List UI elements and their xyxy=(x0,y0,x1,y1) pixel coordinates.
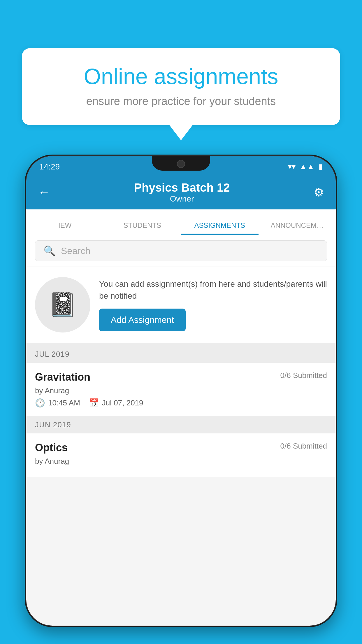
assignment-date-value: Jul 07, 2019 xyxy=(102,398,143,407)
search-icon: 🔍 xyxy=(43,245,56,257)
app-bar-center: Physics Batch 12 Owner xyxy=(134,181,230,204)
notebook-icon: 📓 xyxy=(48,291,77,318)
promo-card: 📓 You can add assignment(s) from here an… xyxy=(26,267,336,346)
app-bar: ← Physics Batch 12 Owner ⚙ xyxy=(26,175,336,209)
promo-text: You can add assignment(s) from here and … xyxy=(99,278,327,302)
settings-icon[interactable]: ⚙ xyxy=(314,186,324,199)
month-divider-jun: JUN 2019 xyxy=(26,416,336,433)
promo-icon-wrap: 📓 xyxy=(35,277,90,332)
assignment-author-gravitation: by Anurag xyxy=(35,386,327,395)
tab-assignments[interactable]: ASSIGNMENTS xyxy=(181,221,259,235)
phone-notch xyxy=(152,155,210,171)
tab-students[interactable]: STUDENTS xyxy=(104,221,181,235)
bubble-title: Online assignments xyxy=(41,64,321,89)
assignment-meta-gravitation: 🕐 10:45 AM 📅 Jul 07, 2019 xyxy=(35,398,327,408)
add-assignment-button[interactable]: Add Assignment xyxy=(99,309,186,331)
bubble-subtitle: ensure more practice for your students xyxy=(41,95,321,108)
wifi-icon: ▾▾ xyxy=(288,162,296,171)
assignment-title-gravitation: Gravitation xyxy=(35,371,90,383)
app-bar-title: Physics Batch 12 xyxy=(134,181,230,194)
phone-frame: 14:29 ▾▾ ▲▲ ▮ ← Physics Batch 12 Owner ⚙… xyxy=(25,155,337,627)
assignment-header: Gravitation 0/6 Submitted xyxy=(35,371,327,383)
assignment-title-optics: Optics xyxy=(35,442,68,454)
month-divider-jul: JUL 2019 xyxy=(26,346,336,363)
app-bar-subtitle: Owner xyxy=(134,194,230,204)
assignment-date: 📅 Jul 07, 2019 xyxy=(89,398,143,408)
phone-screen: 14:29 ▾▾ ▲▲ ▮ ← Physics Batch 12 Owner ⚙… xyxy=(26,156,336,626)
status-icons: ▾▾ ▲▲ ▮ xyxy=(288,162,323,171)
speech-bubble: Online assignments ensure more practice … xyxy=(22,48,340,125)
search-placeholder: Search xyxy=(61,246,90,256)
assignment-author-optics: by Anurag xyxy=(35,457,327,466)
search-bar[interactable]: 🔍 Search xyxy=(35,240,327,261)
tab-announcements[interactable]: ANNOUNCEM… xyxy=(259,221,336,235)
battery-icon: ▮ xyxy=(319,162,323,171)
assignment-header-optics: Optics 0/6 Submitted xyxy=(35,442,327,454)
assignment-item-optics[interactable]: Optics 0/6 Submitted by Anurag xyxy=(26,433,336,477)
assignment-time: 🕐 10:45 AM xyxy=(35,398,80,408)
phone-container: 14:29 ▾▾ ▲▲ ▮ ← Physics Batch 12 Owner ⚙… xyxy=(25,155,337,627)
clock-icon: 🕐 xyxy=(35,398,45,408)
tabs-container: IEW STUDENTS ASSIGNMENTS ANNOUNCEM… xyxy=(26,209,336,235)
calendar-icon: 📅 xyxy=(89,398,99,408)
assignment-submitted-optics: 0/6 Submitted xyxy=(280,442,327,451)
speech-bubble-container: Online assignments ensure more practice … xyxy=(22,48,340,125)
back-button[interactable]: ← xyxy=(38,185,50,199)
search-container: 🔍 Search xyxy=(26,235,336,267)
assignment-time-value: 10:45 AM xyxy=(48,398,80,407)
assignment-submitted-gravitation: 0/6 Submitted xyxy=(280,371,327,380)
phone-camera xyxy=(177,160,185,168)
promo-content: You can add assignment(s) from here and … xyxy=(99,278,327,331)
signal-icon: ▲▲ xyxy=(300,162,314,171)
assignment-item-gravitation[interactable]: Gravitation 0/6 Submitted by Anurag 🕐 10… xyxy=(26,363,336,416)
status-time: 14:29 xyxy=(39,162,60,172)
tab-iew[interactable]: IEW xyxy=(26,221,104,235)
